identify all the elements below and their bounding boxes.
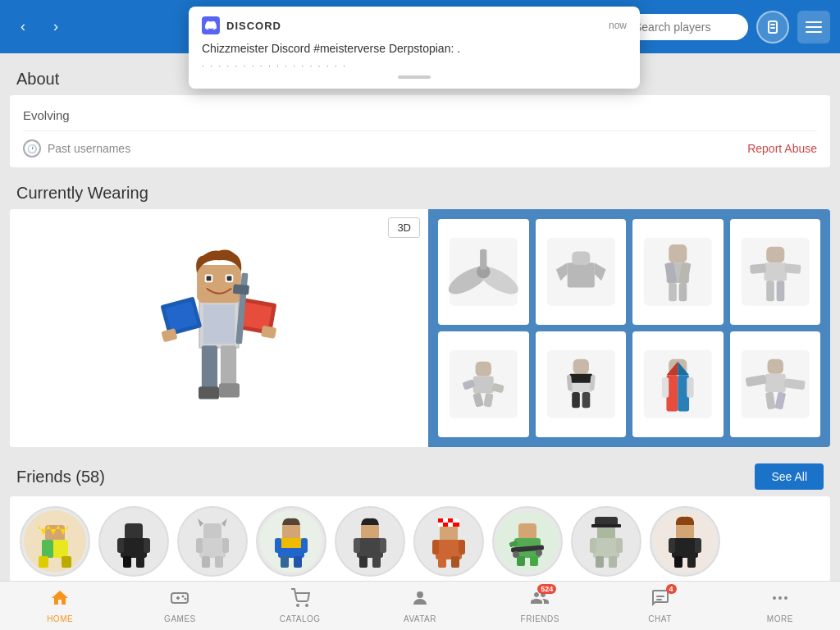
svg-rect-1 <box>770 24 775 25</box>
tab-games[interactable]: GAMES <box>120 585 240 627</box>
svg-rect-152 <box>687 556 696 568</box>
friend-item-4[interactable] <box>256 506 326 577</box>
past-usernames-label: Past usernames <box>48 142 130 155</box>
item-card-4[interactable] <box>730 219 821 325</box>
svg-rect-10 <box>227 276 232 281</box>
svg-rect-162 <box>656 599 662 600</box>
tab-more-label: MORE <box>767 614 793 623</box>
discord-notification[interactable]: DISCORD now Chizzmeister Discord #meiste… <box>189 7 640 89</box>
item-card-7[interactable] <box>632 331 724 437</box>
items-grid <box>428 209 830 447</box>
svg-rect-124 <box>453 523 459 527</box>
item-card-1[interactable] <box>438 219 529 325</box>
friend-item-1[interactable] <box>20 506 90 577</box>
item-card-6[interactable] <box>536 331 627 437</box>
friend-item-5[interactable] <box>335 506 405 577</box>
svg-rect-142 <box>596 556 604 568</box>
friend-item-2[interactable] <box>98 506 169 577</box>
tab-games-label: GAMES <box>164 614 196 623</box>
svg-rect-38 <box>669 283 677 301</box>
menu-button[interactable] <box>797 11 830 43</box>
svg-rect-9 <box>207 276 212 281</box>
tab-catalog[interactable]: CATALOG <box>240 585 360 627</box>
tab-chat[interactable]: 4 CHAT <box>600 585 719 627</box>
discord-notification-header: DISCORD now <box>202 16 627 34</box>
friend-item-6[interactable] <box>413 506 484 577</box>
three-d-button[interactable]: 3D <box>388 217 420 238</box>
chat-badge: 4 <box>666 584 677 594</box>
svg-rect-93 <box>199 538 226 558</box>
discord-logo-icon <box>202 16 220 34</box>
svg-rect-72 <box>765 374 785 392</box>
svg-rect-87 <box>117 538 124 553</box>
friends-icon: 524 <box>530 588 550 613</box>
svg-rect-49 <box>473 377 494 394</box>
svg-rect-22 <box>233 284 249 294</box>
search-input[interactable] <box>634 21 741 34</box>
friends-title: Friends (58) <box>16 468 105 486</box>
svg-rect-99 <box>215 556 223 568</box>
item-card-2[interactable] <box>536 219 627 325</box>
about-description: Evolving <box>23 105 817 130</box>
svg-rect-126 <box>438 556 446 568</box>
svg-rect-98 <box>202 556 210 568</box>
friend-item-7[interactable] <box>492 506 563 577</box>
svg-rect-149 <box>669 538 675 553</box>
robux-button[interactable] <box>756 11 789 43</box>
friend-avatar-6 <box>413 506 484 577</box>
past-usernames[interactable]: 🕐 Past usernames <box>23 139 130 158</box>
svg-rect-122 <box>448 518 453 523</box>
item-card-8[interactable] <box>730 331 821 437</box>
svg-rect-103 <box>278 538 304 548</box>
discord-message: Chizzmeister Discord #meisterverse Derps… <box>202 41 627 57</box>
forward-button[interactable]: › <box>43 14 69 40</box>
svg-rect-39 <box>679 283 687 301</box>
svg-rect-27 <box>480 249 486 270</box>
tab-avatar[interactable]: AVATAR <box>360 585 480 627</box>
tab-more[interactable]: MORE <box>720 585 840 627</box>
svg-rect-145 <box>591 524 621 527</box>
tab-home-label: HOME <box>47 614 73 623</box>
friend-item-3[interactable] <box>177 506 248 577</box>
friend-item-9[interactable] <box>650 506 720 577</box>
back-button[interactable]: ‹ <box>10 14 36 40</box>
svg-rect-105 <box>301 538 308 553</box>
discord-drag-handle[interactable] <box>398 75 431 79</box>
svg-point-160 <box>417 591 423 598</box>
svg-rect-90 <box>136 556 144 568</box>
svg-rect-61 <box>582 392 590 408</box>
friends-list <box>10 496 830 581</box>
tab-friends[interactable]: 524 FRIENDS <box>480 585 600 627</box>
svg-rect-45 <box>766 281 774 302</box>
tab-chat-label: CHAT <box>648 614 671 623</box>
main-content: About Evolving 🕐 Past usernames Report A… <box>0 53 840 581</box>
svg-rect-83 <box>62 556 71 568</box>
item-card-3[interactable] <box>632 219 724 325</box>
friend-avatar-3 <box>177 506 248 577</box>
svg-rect-57 <box>569 374 592 383</box>
item-card-5[interactable] <box>438 331 529 437</box>
report-abuse-button[interactable]: Report Abuse <box>747 142 817 155</box>
svg-rect-106 <box>281 556 289 568</box>
svg-rect-5 <box>203 304 235 344</box>
svg-rect-16 <box>261 326 276 339</box>
svg-rect-41 <box>766 247 784 262</box>
tab-catalog-label: CATALOG <box>280 614 321 623</box>
svg-rect-101 <box>282 523 300 540</box>
svg-rect-71 <box>767 359 783 374</box>
wearing-card: 3D <box>10 209 830 447</box>
about-footer: 🕐 Past usernames Report Abuse <box>23 130 817 158</box>
svg-rect-118 <box>432 540 439 555</box>
svg-rect-140 <box>590 538 596 553</box>
see-all-button[interactable]: See All <box>755 463 824 490</box>
svg-rect-32 <box>572 252 590 266</box>
svg-rect-113 <box>359 556 368 568</box>
friend-item-8[interactable] <box>571 506 641 577</box>
friend-avatar-5 <box>335 506 405 577</box>
more-icon <box>770 588 790 613</box>
friends-badge: 524 <box>537 584 556 594</box>
tab-home[interactable]: HOME <box>0 585 120 627</box>
svg-rect-121 <box>438 518 443 523</box>
svg-rect-92 <box>203 523 221 540</box>
svg-rect-147 <box>676 523 694 540</box>
